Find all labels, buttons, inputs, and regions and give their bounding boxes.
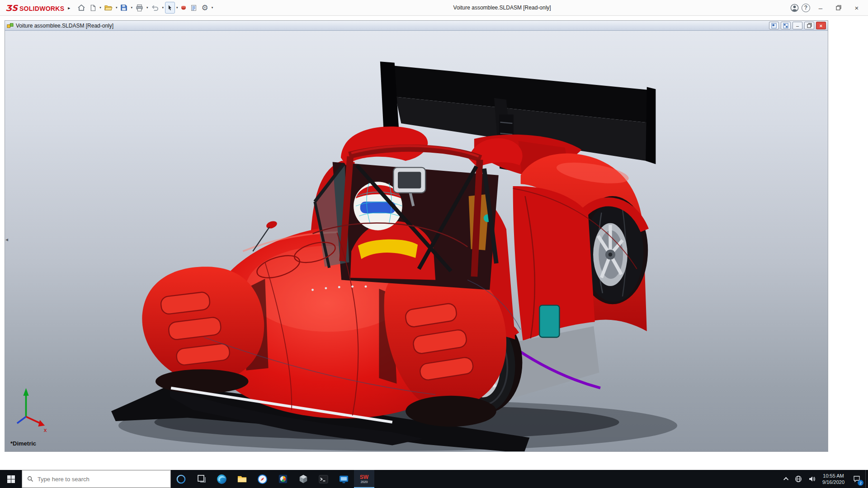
solidworks-brand-text: SOLIDWORKS [19,5,64,12]
graphics-viewport-3d[interactable]: x ◂ *Dimetric [5,31,828,451]
network-globe-icon [795,475,802,483]
terminal-icon [318,474,329,484]
race-car-3d-model: x [5,31,828,451]
doc-tile-button[interactable] [769,22,779,29]
terminal-button[interactable] [313,470,334,488]
app-close-button[interactable]: × [849,1,864,14]
notification-badge: 2 [858,480,863,486]
print-dropdown[interactable]: ▾ [146,2,149,14]
options-button[interactable]: ⚙ [199,2,210,14]
triad-x-label: x [44,427,47,433]
show-desktop-button[interactable] [865,470,868,488]
help-icon[interactable]: ? [802,4,810,12]
doc-split-button[interactable] [781,22,791,29]
save-button[interactable] [118,2,129,14]
account-icon[interactable] [790,4,799,12]
macro-record-button[interactable] [179,2,188,14]
solidworks-logo: ƷS SOLIDWORKS [3,3,67,13]
undo-icon [151,4,159,12]
new-document-button[interactable] [88,2,98,14]
cad-cube-icon [298,474,308,484]
restore-icon [836,5,841,10]
app-minimize-button[interactable]: – [813,1,828,14]
doc-restore-button[interactable] [804,22,814,29]
titlebar-right-controls: ? – × [790,1,865,14]
solidworks-2020-button[interactable]: SW 2020 [354,470,374,488]
view-orientation-label: *Dimetric [10,440,36,447]
cortana-icon [176,474,186,484]
windows-taskbar: SW 2020 10:55 AM 9/16/2020 2 [0,470,868,488]
select-button[interactable] [165,2,175,14]
app-window-title: Voiture assomblee.SLDASM [Read-only] [214,5,790,11]
system-tray: 10:55 AM 9/16/2020 2 [782,470,868,488]
solidworks-logo-glyph: ƷS [5,3,18,13]
action-center-button[interactable]: 2 [848,470,865,488]
document-window-controls: – × [769,22,826,29]
compass-icon [257,474,268,484]
cortana-button[interactable] [171,470,191,488]
display-app-button[interactable] [334,470,354,488]
edge-icon [216,474,227,485]
file-explorer-button[interactable] [232,470,252,488]
print-button[interactable] [134,2,145,14]
print-icon [136,4,143,12]
clock-time: 10:55 AM [823,473,844,479]
doc-close-button[interactable]: × [816,22,826,29]
volume-icon [808,475,816,483]
app-restore-button[interactable] [831,1,846,14]
doc-minimize-button[interactable]: – [793,22,802,29]
macro-record-icon [181,5,186,10]
report-icon [190,5,197,11]
select-dropdown[interactable]: ▾ [175,2,179,14]
document-titlebar[interactable]: Voiture assomblee.SLDASM [Read-only] – × [5,21,828,31]
file-explorer-icon [237,474,247,484]
undo-dropdown[interactable]: ▾ [161,2,165,14]
new-document-dropdown[interactable]: ▾ [99,2,102,14]
search-input[interactable] [38,476,165,483]
tray-overflow-button[interactable] [782,470,792,488]
app-titlebar: ƷS SOLIDWORKS ▸ ▾ ▾ ▾ ▾ ▾ ▾ [0,0,868,16]
report-button[interactable] [189,2,199,14]
new-document-icon [90,5,96,11]
assembly-document-icon [7,22,14,29]
taskbar-clock[interactable]: 10:55 AM 9/16/2020 [819,470,848,488]
photos-button[interactable] [273,470,293,488]
photos-icon [278,474,288,484]
home-button[interactable] [75,2,87,14]
taskbar-search[interactable] [22,470,171,488]
network-button[interactable] [792,470,805,488]
orientation-triad[interactable]: x [17,388,47,434]
clock-date: 9/16/2020 [822,479,844,485]
gear-icon: ⚙ [201,4,208,12]
task-view-button[interactable] [191,470,212,488]
home-icon [77,4,85,12]
cad-viewer-button[interactable] [293,470,313,488]
tile-windows-icon [771,23,777,28]
toolbar-expand-arrow[interactable]: ▸ [67,5,74,10]
edge-button[interactable] [212,470,232,488]
select-arrow-icon [167,5,173,11]
featuremanager-collapse-arrow[interactable]: ◂ [5,237,8,242]
save-icon [120,4,127,11]
save-dropdown[interactable]: ▾ [130,2,133,14]
doc-restore-icon [807,23,812,28]
document-title: Voiture assomblee.SLDASM [Read-only] [16,23,767,29]
start-button[interactable] [0,470,22,488]
quick-access-toolbar: ▾ ▾ ▾ ▾ ▾ ▾ ⚙ ▾ [75,2,214,14]
open-dropdown[interactable]: ▾ [115,2,118,14]
undo-button[interactable] [149,2,160,14]
options-dropdown[interactable]: ▾ [211,2,214,14]
document-window: Voiture assomblee.SLDASM [Read-only] – × [5,20,828,452]
open-folder-icon [104,4,113,11]
solidworks-2020-icon: SW 2020 [360,474,368,483]
open-button[interactable] [103,2,114,14]
split-windows-icon [783,23,788,28]
windows-logo-icon [7,475,15,483]
chevron-up-icon [783,477,788,482]
display-app-icon [339,474,349,484]
volume-button[interactable] [805,470,819,488]
compass-app-button[interactable] [252,470,273,488]
task-view-icon [197,474,206,483]
search-icon [27,476,33,482]
